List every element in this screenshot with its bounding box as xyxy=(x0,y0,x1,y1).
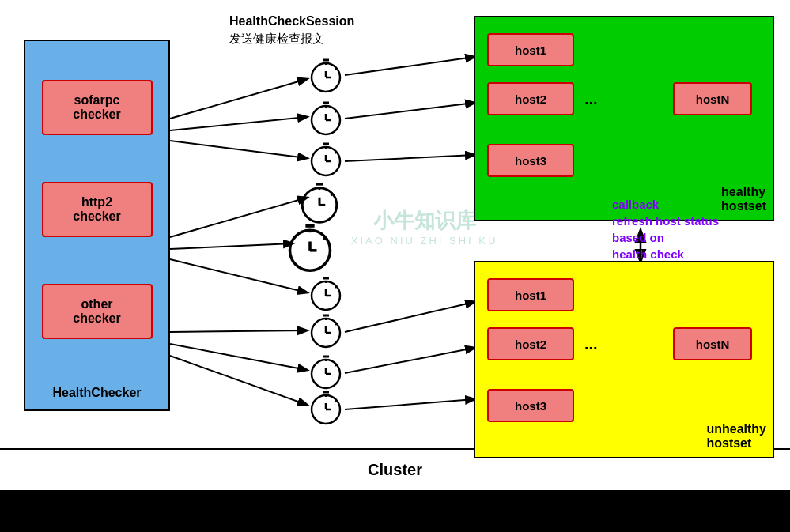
svg-line-1 xyxy=(170,117,307,130)
svg-line-36 xyxy=(331,194,333,195)
clock-4 xyxy=(297,180,342,226)
svg-line-66 xyxy=(335,400,337,402)
svg-line-13 xyxy=(345,348,474,373)
cluster-label: Cluster xyxy=(368,461,422,479)
sofarpc-checker: sofarpcchecker xyxy=(42,80,153,135)
yellow-hostset-box: host1 host2 ... hostN host3 unhealthyhos… xyxy=(474,261,774,458)
svg-line-42 xyxy=(323,237,326,240)
svg-line-60 xyxy=(335,364,337,366)
green-hostN: hostN xyxy=(673,82,752,115)
clock-3 xyxy=(307,141,345,179)
svg-line-10 xyxy=(345,103,474,119)
diagram-area: HealthCheckSession 发送健康检查报文 sofarpccheck… xyxy=(0,0,790,448)
session-title: HealthCheckSession xyxy=(229,14,354,28)
yellow-host1: host1 xyxy=(487,278,574,311)
svg-line-7 xyxy=(170,344,307,370)
clock-5 xyxy=(283,221,337,275)
yellow-hostN: hostN xyxy=(673,327,752,360)
svg-line-11 xyxy=(345,155,474,161)
health-checker-label: HealthChecker xyxy=(25,386,168,400)
clock-2 xyxy=(307,100,345,138)
svg-line-12 xyxy=(345,302,474,332)
yellow-dots: ... xyxy=(584,335,598,353)
clock-1 xyxy=(307,57,345,95)
svg-line-30 xyxy=(335,152,337,153)
http2-checker: http2checker xyxy=(42,182,153,237)
green-host2: host2 xyxy=(487,82,574,115)
green-hostset-box: host1 host2 ... hostN host3 healthyhosts… xyxy=(474,16,774,221)
session-subtitle: 发送健康检查报文 xyxy=(229,32,324,47)
clock-9 xyxy=(307,389,345,427)
yellow-host3: host3 xyxy=(487,389,574,422)
clock-8 xyxy=(307,353,345,391)
svg-line-54 xyxy=(335,323,337,325)
main-container: HealthCheckSession 发送健康检查报文 sofarpccheck… xyxy=(0,0,790,490)
svg-line-14 xyxy=(345,399,474,409)
clock-6 xyxy=(307,275,345,313)
clock-7 xyxy=(307,312,345,350)
svg-line-0 xyxy=(170,79,307,119)
svg-line-8 xyxy=(170,356,307,405)
other-checker: otherchecker xyxy=(42,284,153,339)
yellow-hostset-label: unhealthyhostset xyxy=(706,422,766,451)
green-dots: ... xyxy=(584,90,598,108)
svg-line-18 xyxy=(335,68,337,70)
svg-line-9 xyxy=(345,57,474,75)
svg-line-2 xyxy=(170,141,307,158)
health-checker-box: sofarpcchecker http2checker otherchecker… xyxy=(24,40,170,411)
callback-text: callbackrefresh host statusbased onhealt… xyxy=(612,196,770,262)
svg-line-24 xyxy=(335,111,337,112)
green-host1: host1 xyxy=(487,33,574,66)
svg-line-48 xyxy=(335,286,337,288)
yellow-host2: host2 xyxy=(487,327,574,360)
green-host3: host3 xyxy=(487,144,574,177)
svg-line-4 xyxy=(170,243,293,249)
svg-line-6 xyxy=(170,330,307,332)
